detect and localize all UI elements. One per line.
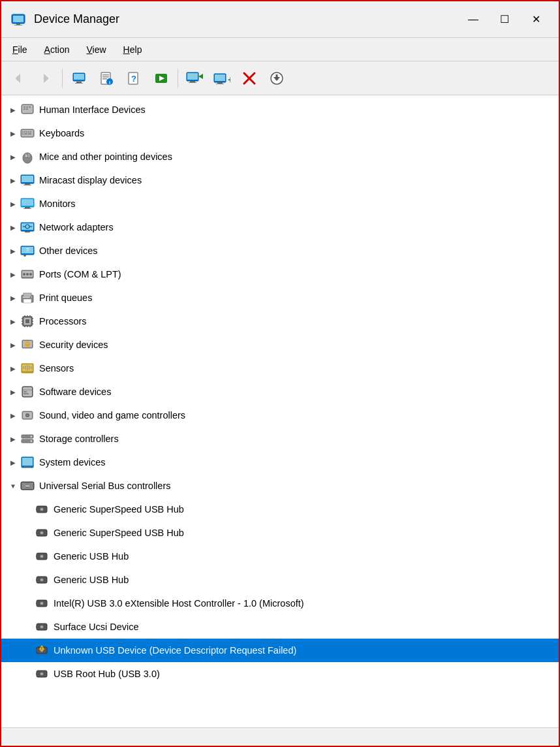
- child-intel-usb[interactable]: Intel(R) USB 3.0 eXtensible Host Control…: [1, 592, 559, 615]
- expander-processors[interactable]: ▶: [7, 315, 20, 328]
- child-unknown-usb[interactable]: ! Unknown USB Device (Device Descriptor …: [1, 639, 559, 662]
- svg-rect-113: [23, 391, 27, 392]
- svg-point-122: [31, 440, 33, 442]
- tree-item-storage[interactable]: ▶ Storage controllers: [1, 427, 559, 451]
- svg-rect-8: [76, 82, 82, 83]
- menu-file[interactable]: File: [4, 41, 36, 58]
- tree-item-sensors-label: Sensors: [39, 363, 74, 374]
- minimize-button[interactable]: —: [458, 8, 488, 31]
- tree-item-processors[interactable]: ▶ Processors: [1, 310, 559, 333]
- svg-rect-46: [26, 131, 27, 133]
- svg-rect-66: [25, 231, 30, 232]
- svg-rect-125: [24, 466, 31, 468]
- tree-item-miracast[interactable]: ▶ Miracast display devices: [1, 168, 559, 192]
- expander-system[interactable]: ▶: [7, 456, 20, 469]
- expander-mice[interactable]: ▶: [7, 150, 20, 163]
- add-device-button[interactable]: +: [209, 66, 235, 91]
- svg-rect-41: [26, 108, 28, 110]
- svg-rect-37: [23, 106, 25, 108]
- usb-device-icon-7: [34, 666, 50, 682]
- keyboard-icon: [20, 125, 35, 141]
- miracast-icon: [20, 172, 35, 188]
- tree-item-security[interactable]: ▶ Security devices: [1, 333, 559, 357]
- tree-item-monitors[interactable]: ▶ Monitors: [1, 192, 559, 215]
- tree-item-ports[interactable]: ▶ Ports (COM & LPT): [1, 262, 559, 286]
- svg-rect-55: [25, 155, 27, 157]
- menu-help[interactable]: Help: [115, 41, 151, 58]
- svg-point-77: [26, 273, 29, 276]
- system-icon: [20, 454, 35, 470]
- svg-rect-51: [28, 133, 31, 135]
- svg-rect-1: [13, 16, 23, 22]
- svg-text:!: !: [41, 646, 42, 650]
- print-icon: [20, 290, 35, 306]
- expander-miracast[interactable]: ▶: [7, 174, 20, 187]
- expander-monitors[interactable]: ▶: [7, 197, 20, 210]
- restore-button[interactable]: ☐: [490, 8, 520, 31]
- tree-item-mice[interactable]: ▶ Mice and other pointing devices: [1, 145, 559, 168]
- tree-item-sound[interactable]: ▶ Sound, video and game controllers: [1, 404, 559, 427]
- forward-button[interactable]: [33, 66, 59, 91]
- child-usb-root-hub[interactable]: USB Root Hub (USB 3.0): [1, 662, 559, 686]
- expander-other-devices[interactable]: ▶: [7, 244, 20, 257]
- device-tree[interactable]: ▶ Human Interface Devices ▶ Keyboards ▶: [1, 95, 559, 727]
- back-button[interactable]: [5, 66, 31, 91]
- svg-rect-9: [75, 83, 83, 84]
- svg-rect-45: [24, 131, 25, 133]
- ports-icon: [20, 266, 35, 282]
- close-button[interactable]: ✕: [521, 8, 551, 31]
- expander-security[interactable]: ▶: [7, 338, 20, 351]
- show-device-manager-button[interactable]: [66, 66, 92, 91]
- svg-rect-40: [23, 108, 25, 110]
- expander-storage[interactable]: ▶: [7, 432, 20, 445]
- svg-rect-22: [190, 81, 195, 82]
- tree-item-usb-label: Universal Serial Bus controllers: [39, 481, 170, 491]
- menu-view[interactable]: View: [78, 41, 115, 58]
- expander-usb[interactable]: ▼: [7, 479, 20, 492]
- expander-print-queues[interactable]: ▶: [7, 291, 20, 304]
- tree-item-keyboards[interactable]: ▶ Keyboards: [1, 121, 559, 145]
- svg-rect-23: [189, 82, 196, 83]
- content-area: ▶ Human Interface Devices ▶ Keyboards ▶: [1, 95, 559, 727]
- expander-network[interactable]: ▶: [7, 221, 20, 234]
- tree-item-other-devices[interactable]: ▶ ? Other devices: [1, 239, 559, 262]
- usb-device-icon-4: [34, 572, 50, 588]
- expander-sound[interactable]: ▶: [7, 409, 20, 422]
- svg-rect-144: [40, 579, 43, 581]
- svg-rect-162: [40, 673, 43, 675]
- child-usb-hub-4[interactable]: Generic USB Hub: [1, 568, 559, 592]
- svg-rect-48: [30, 131, 31, 133]
- tree-item-human-interface[interactable]: ▶ Human Interface Devices: [1, 98, 559, 121]
- child-usb-hub-1[interactable]: Generic SuperSpeed USB Hub: [1, 498, 559, 521]
- toolbar-separator-1: [62, 69, 63, 88]
- child-surface-ucsi[interactable]: Surface Ucsi Device: [1, 615, 559, 639]
- properties-button[interactable]: i: [93, 66, 119, 91]
- help-button[interactable]: ?: [121, 66, 147, 91]
- tree-item-network[interactable]: ▶ Network adapters: [1, 215, 559, 239]
- update-driver-button[interactable]: [264, 66, 290, 91]
- svg-rect-12: [102, 76, 109, 78]
- tree-item-software[interactable]: ▶ Software devices: [1, 380, 559, 404]
- tree-item-print-queues[interactable]: ▶ Print queues: [1, 286, 559, 310]
- child-usb-hub-4-label: Generic USB Hub: [54, 575, 129, 585]
- svg-rect-132: [40, 509, 43, 511]
- child-usb-hub-3[interactable]: Generic USB Hub: [1, 545, 559, 568]
- expander-human-interface[interactable]: ▶: [7, 103, 20, 116]
- svg-point-118: [27, 415, 29, 417]
- tree-item-sensors[interactable]: ▶ Sensors: [1, 357, 559, 380]
- expander-keyboards[interactable]: ▶: [7, 127, 20, 140]
- child-intel-usb-label: Intel(R) USB 3.0 eXtensible Host Control…: [54, 598, 304, 609]
- scan-hardware-button[interactable]: [181, 66, 208, 91]
- remove-device-button[interactable]: [236, 66, 262, 91]
- expander-sensors[interactable]: ▶: [7, 362, 20, 375]
- svg-point-78: [29, 273, 32, 276]
- menu-action[interactable]: Action: [36, 41, 78, 58]
- tree-item-usb[interactable]: ▼ Universal Serial Bus controllers: [1, 474, 559, 498]
- run-button[interactable]: [148, 66, 174, 91]
- svg-rect-136: [40, 532, 43, 534]
- child-usb-hub-2[interactable]: Generic SuperSpeed USB Hub: [1, 521, 559, 545]
- expander-ports[interactable]: ▶: [7, 268, 20, 281]
- expander-software[interactable]: ▶: [7, 385, 20, 398]
- tree-item-system[interactable]: ▶ System devices: [1, 451, 559, 474]
- other-devices-icon: ?: [20, 243, 35, 259]
